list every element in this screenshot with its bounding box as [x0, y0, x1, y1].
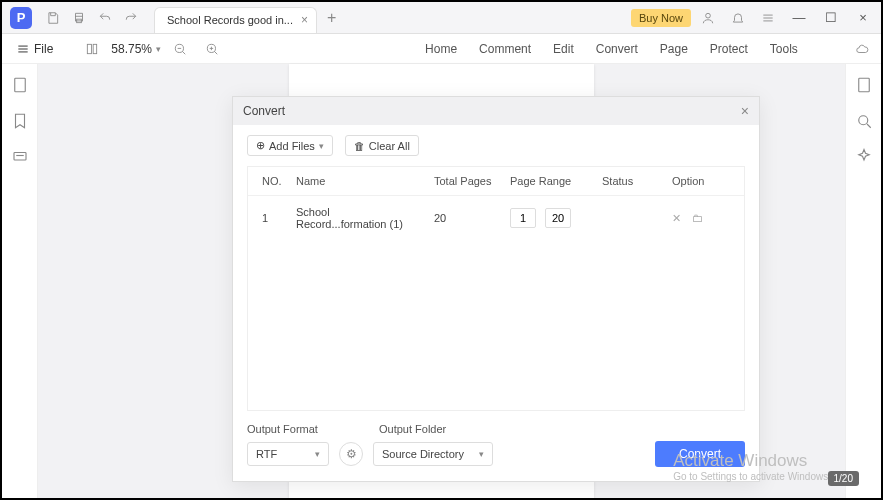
- menu-edit[interactable]: Edit: [553, 42, 574, 56]
- col-option: Option: [666, 167, 744, 196]
- col-range: Page Range: [504, 167, 596, 196]
- remove-row-icon[interactable]: ✕: [672, 212, 681, 224]
- convert-dialog: Convert × ⊕ Add Files ▾ 🗑 Clear All NO. …: [232, 96, 760, 482]
- cell-option: ✕ 🗀: [666, 196, 744, 241]
- menu-bar: Home Comment Edit Convert Page Protect T…: [425, 42, 798, 56]
- svg-line-13: [182, 51, 185, 54]
- zoom-value: 58.75%: [111, 42, 152, 56]
- svg-line-17: [214, 51, 217, 54]
- zoom-dropdown[interactable]: 58.75% ▾: [111, 42, 161, 56]
- folder-value: Source Directory: [382, 448, 464, 460]
- range-from-input[interactable]: [510, 208, 536, 228]
- output-folder-label: Output Folder: [379, 423, 446, 435]
- app-logo: P: [10, 7, 32, 29]
- tab-title: School Records good in...: [167, 14, 293, 26]
- output-folder-select[interactable]: Source Directory ▾: [373, 442, 493, 466]
- thumbnails-panel-icon[interactable]: [11, 76, 29, 94]
- annotations-panel-icon[interactable]: [11, 148, 29, 166]
- document-tab[interactable]: School Records good in... ×: [154, 7, 317, 33]
- output-format-label: Output Format: [247, 423, 379, 435]
- col-no: NO.: [248, 167, 290, 196]
- chevron-down-icon: ▾: [156, 44, 161, 54]
- svg-rect-9: [88, 44, 92, 53]
- cell-total: 20: [428, 196, 504, 241]
- thumbnail-icon[interactable]: [79, 36, 105, 62]
- output-format-select[interactable]: RTF ▾: [247, 442, 329, 466]
- clear-all-button[interactable]: 🗑 Clear All: [345, 135, 419, 156]
- format-settings-button[interactable]: ⚙: [339, 442, 363, 466]
- zoom-out-icon[interactable]: [167, 36, 193, 62]
- minimize-button[interactable]: —: [785, 4, 813, 32]
- right-sidebar: [845, 64, 881, 498]
- ai-panel-icon[interactable]: [855, 148, 873, 166]
- col-status: Status: [596, 167, 666, 196]
- gear-icon: ⚙: [346, 447, 357, 461]
- menu-protect[interactable]: Protect: [710, 42, 748, 56]
- cell-status: [596, 196, 666, 241]
- trash-icon: 🗑: [354, 140, 365, 152]
- bell-icon[interactable]: [725, 5, 751, 31]
- main-toolbar: File 58.75% ▾ Home Comment Edit Convert …: [2, 34, 881, 64]
- chevron-down-icon: ▾: [479, 449, 484, 459]
- tab-close-icon[interactable]: ×: [301, 13, 308, 27]
- user-icon[interactable]: [695, 5, 721, 31]
- clear-all-label: Clear All: [369, 140, 410, 152]
- col-name: Name: [290, 167, 428, 196]
- print-icon[interactable]: [66, 5, 92, 31]
- col-total: Total Pages: [428, 167, 504, 196]
- search-panel-icon[interactable]: [855, 112, 873, 130]
- svg-rect-19: [14, 153, 26, 161]
- svg-point-2: [706, 13, 711, 18]
- file-menu[interactable]: File: [8, 42, 61, 56]
- cell-range: [504, 196, 596, 241]
- menu-tools[interactable]: Tools: [770, 42, 798, 56]
- cell-name: School Record...formation (1): [290, 196, 428, 241]
- left-sidebar: [2, 64, 38, 498]
- menu-convert[interactable]: Convert: [596, 42, 638, 56]
- dialog-header[interactable]: Convert ×: [233, 97, 759, 125]
- dialog-close-icon[interactable]: ×: [741, 103, 749, 119]
- chevron-down-icon: ▾: [315, 449, 320, 459]
- page-indicator[interactable]: 1/20: [828, 471, 859, 486]
- open-folder-icon[interactable]: 🗀: [692, 212, 703, 224]
- redo-icon[interactable]: [118, 5, 144, 31]
- cell-no: 1: [248, 196, 290, 241]
- range-to-input[interactable]: [545, 208, 571, 228]
- menu-icon[interactable]: [755, 5, 781, 31]
- new-tab-icon[interactable]: +: [327, 9, 336, 27]
- save-icon[interactable]: [40, 5, 66, 31]
- menu-page[interactable]: Page: [660, 42, 688, 56]
- file-label: File: [34, 42, 53, 56]
- table-row[interactable]: 1 School Record...formation (1) 20 ✕ 🗀: [248, 196, 744, 241]
- close-window-button[interactable]: ×: [849, 4, 877, 32]
- cloud-icon[interactable]: [849, 36, 875, 62]
- svg-rect-18: [14, 78, 25, 92]
- menu-comment[interactable]: Comment: [479, 42, 531, 56]
- convert-button[interactable]: Convert: [655, 441, 745, 467]
- properties-panel-icon[interactable]: [855, 76, 873, 94]
- maximize-button[interactable]: ☐: [817, 4, 845, 32]
- chevron-down-icon: ▾: [319, 141, 324, 151]
- dialog-title: Convert: [243, 104, 285, 118]
- format-value: RTF: [256, 448, 277, 460]
- menu-home[interactable]: Home: [425, 42, 457, 56]
- plus-icon: ⊕: [256, 139, 265, 152]
- undo-icon[interactable]: [92, 5, 118, 31]
- file-table: NO. Name Total Pages Page Range Status O…: [247, 166, 745, 411]
- buy-now-button[interactable]: Buy Now: [631, 9, 691, 27]
- svg-point-22: [858, 116, 867, 125]
- titlebar: P School Records good in... × + Buy Now …: [2, 2, 881, 34]
- svg-rect-21: [858, 78, 869, 92]
- add-files-label: Add Files: [269, 140, 315, 152]
- svg-rect-10: [94, 44, 98, 53]
- bookmark-panel-icon[interactable]: [11, 112, 29, 130]
- add-files-button[interactable]: ⊕ Add Files ▾: [247, 135, 333, 156]
- zoom-in-icon[interactable]: [199, 36, 225, 62]
- svg-line-23: [867, 124, 871, 128]
